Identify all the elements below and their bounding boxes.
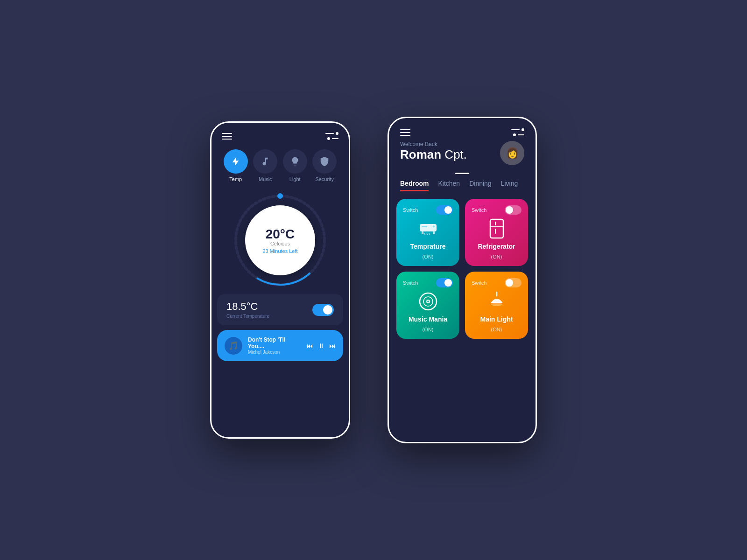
current-temp-info: 18.5°C Current Temperature [226, 301, 269, 319]
welcome-name: Roman Cpt. [400, 147, 467, 162]
temperature-dial[interactable]: /* ticks rendered inline below */ [211, 191, 349, 289]
lamp-icon [290, 156, 300, 167]
room-tab-dinning[interactable]: Dinning [469, 180, 491, 191]
current-temp-value: 18.5°C [226, 301, 269, 313]
svg-point-10 [433, 226, 435, 228]
right-hamburger-icon[interactable] [400, 129, 410, 136]
room-tabs: Bedroom Kitchen Dinning Living [389, 180, 536, 191]
music-icon-circle [253, 149, 277, 174]
user-avatar[interactable]: 👩 [500, 141, 524, 165]
music-player-bar: 🎵 Don't Stop 'Til You.... Michel Jakcson… [217, 330, 343, 361]
music-controls[interactable]: ⏮ ⏸ ⏭ [307, 342, 336, 350]
svg-rect-11 [490, 219, 503, 238]
indicator-bar [455, 173, 469, 174]
svg-point-18 [427, 301, 429, 302]
dial-time-left: 23 Minutes Left [262, 248, 297, 254]
bolt-icon [231, 156, 241, 167]
dial-outer-ring: /* ticks rendered inline below */ [231, 191, 329, 289]
temp-device-toggle[interactable] [436, 205, 453, 215]
light-switch-label: Switch [472, 280, 486, 286]
current-temperature-row: 18.5°C Current Temperature [217, 294, 343, 325]
fridge-icon [487, 218, 506, 239]
fridge-device-status: (ON) [472, 254, 521, 259]
room-tab-bedroom[interactable]: Bedroom [400, 180, 429, 191]
music-info: Don't Stop 'Til You.... Michel Jakcson [248, 336, 301, 355]
dial-unit-label: Celcious [270, 241, 290, 246]
temp-device-icon-area [403, 218, 453, 239]
temp-card-header: Switch [403, 205, 453, 215]
music-avatar: 🎵 [225, 337, 242, 355]
welcome-greeting: Welcome Back [400, 141, 467, 147]
fridge-device-name: Refrigerator [472, 243, 521, 250]
phones-container: Temp Music Light [210, 117, 537, 443]
welcome-section: Welcome Back Roman Cpt. 👩 [389, 141, 536, 170]
light-icon-circle [283, 149, 307, 174]
nav-tab-light[interactable]: Light [283, 149, 307, 182]
svg-point-21 [491, 302, 502, 306]
hamburger-menu-icon[interactable] [222, 133, 232, 140]
music-switch-label: Switch [403, 280, 418, 286]
nav-tab-temp[interactable]: Temp [224, 149, 248, 182]
svg-line-8 [429, 233, 430, 235]
music-device-status: (ON) [403, 327, 453, 332]
nav-label-temp: Temp [229, 176, 242, 182]
left-phone-header [211, 123, 349, 145]
welcome-header-row: Welcome Back Roman Cpt. 👩 [400, 141, 524, 165]
nav-tabs: Temp Music Light [211, 145, 349, 182]
music-device-icon-area [403, 291, 453, 312]
right-filter-icon[interactable] [511, 128, 524, 136]
dial-inner-circle: 20°C Celcious 23 Minutes Left [245, 205, 315, 275]
ac-icon [418, 218, 438, 239]
fridge-switch-label: Switch [472, 207, 486, 213]
svg-rect-5 [433, 231, 435, 234]
prev-icon[interactable]: ⏮ [307, 342, 313, 350]
right-phone: Welcome Back Roman Cpt. 👩 Bedroom Kitche… [388, 117, 537, 443]
music-device-toggle[interactable] [436, 278, 453, 287]
device-card-music[interactable]: Switch Music Mania (ON) [396, 272, 459, 339]
welcome-last-name: Cpt. [444, 147, 467, 161]
music-title: Don't Stop 'Til You.... [248, 336, 301, 350]
left-phone: Temp Music Light [210, 121, 350, 439]
nav-label-security: Security [315, 176, 334, 182]
fridge-card-header: Switch [472, 205, 521, 215]
fridge-device-icon-area [472, 218, 521, 239]
device-grid: Switch Temprature [389, 199, 536, 346]
nav-label-light: Light [289, 176, 301, 182]
light-device-icon-area [472, 291, 521, 312]
right-phone-header [389, 118, 536, 141]
next-icon[interactable]: ⏭ [329, 342, 336, 350]
room-tab-kitchen[interactable]: Kitchen [438, 180, 460, 191]
music-artist: Michel Jakcson [248, 350, 301, 355]
music-note-icon [260, 156, 270, 167]
current-temp-label: Current Temperature [226, 314, 269, 319]
welcome-text-block: Welcome Back Roman Cpt. [400, 141, 467, 162]
music-device-name: Music Mania [403, 315, 453, 323]
vinyl-icon [418, 291, 438, 312]
temp-device-status: (ON) [403, 254, 453, 259]
fridge-device-toggle[interactable] [505, 205, 521, 215]
nav-tab-music[interactable]: Music [253, 149, 277, 182]
light-device-name: Main Light [472, 315, 521, 323]
security-icon-circle [312, 149, 337, 174]
ceiling-lamp-icon [486, 291, 507, 312]
temp-switch-label: Switch [403, 207, 418, 213]
light-device-toggle[interactable] [505, 278, 521, 287]
svg-rect-3 [420, 224, 437, 231]
nav-tab-security[interactable]: Security [312, 149, 337, 182]
pause-icon[interactable]: ⏸ [318, 342, 324, 350]
filter-sliders-icon[interactable] [325, 132, 338, 140]
device-card-light[interactable]: Switch Main Light (ON) [465, 272, 528, 339]
temp-toggle[interactable] [312, 304, 334, 316]
device-card-temperature[interactable]: Switch Temprature [396, 199, 459, 266]
music-card-header: Switch [403, 278, 453, 287]
welcome-first-name: Roman [400, 147, 441, 161]
nav-label-music: Music [259, 176, 272, 182]
temp-device-name: Temprature [403, 243, 453, 250]
light-card-header: Switch [472, 278, 521, 287]
room-tab-living[interactable]: Living [501, 180, 518, 191]
shield-icon [319, 156, 330, 167]
temp-icon-circle [224, 149, 248, 174]
room-indicator [389, 173, 536, 174]
device-card-refrigerator[interactable]: Switch Refrigerator (ON) [465, 199, 528, 266]
svg-rect-9 [422, 226, 427, 227]
